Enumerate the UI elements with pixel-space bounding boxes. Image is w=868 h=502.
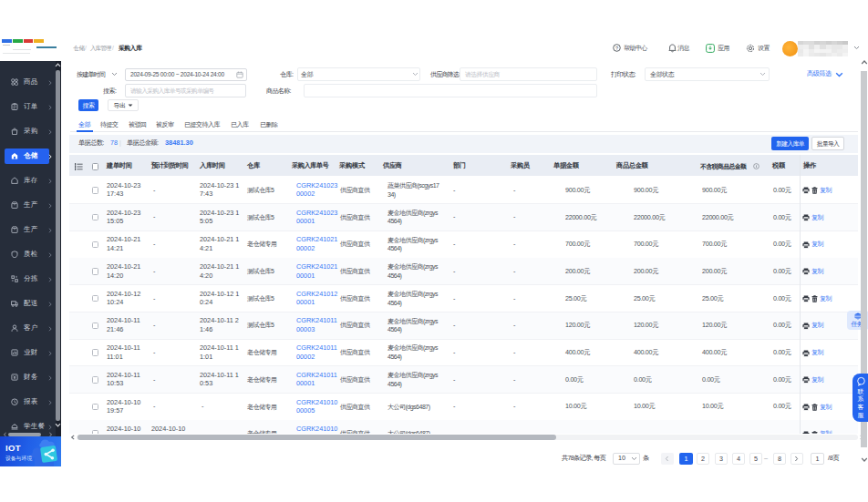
svg-text:?: ? [615,46,618,51]
